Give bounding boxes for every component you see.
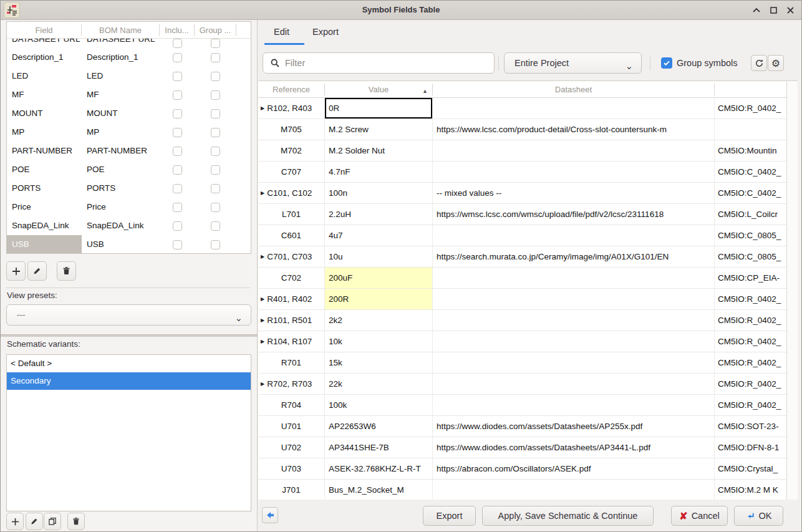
col-header-bom-name[interactable]: BOM Name xyxy=(82,24,160,36)
filter-input[interactable] xyxy=(285,58,494,68)
value-cell[interactable]: 22k xyxy=(325,374,433,394)
reference-cell[interactable]: L701 xyxy=(258,204,325,225)
footprint-cell[interactable]: CM5IO:CP_EIA- xyxy=(715,268,786,288)
group-checkbox[interactable] xyxy=(211,221,220,231)
reference-cell[interactable]: C702 xyxy=(258,268,325,288)
field-name-cell[interactable]: PART-NUMBER xyxy=(7,142,82,160)
grid-scrollbar-gutter[interactable] xyxy=(786,80,798,501)
datasheet-cell[interactable]: https://www.diodes.com/assets/Datasheets… xyxy=(433,416,715,437)
group-checkbox[interactable] xyxy=(211,109,220,118)
field-row[interactable]: PORTSPORTS xyxy=(7,179,251,198)
reference-cell[interactable]: ▶R102, R403 xyxy=(258,98,325,118)
footprint-cell[interactable]: CM5IO:Crystal_ xyxy=(715,458,786,479)
footprint-cell[interactable] xyxy=(715,119,786,140)
datasheet-cell[interactable] xyxy=(433,310,715,331)
field-row[interactable]: MFMF xyxy=(7,85,251,104)
footprint-cell[interactable]: CM5IO:R_0402_ xyxy=(715,289,786,309)
field-name-cell[interactable]: SnapEDA_Link xyxy=(7,216,82,235)
reference-cell[interactable]: ▶R401, R402 xyxy=(258,289,325,309)
include-checkbox[interactable] xyxy=(173,203,182,212)
include-checkbox[interactable] xyxy=(173,109,182,118)
reference-cell[interactable]: ▶C101, C102 xyxy=(258,183,325,203)
group-expand-icon[interactable]: ▶ xyxy=(261,105,264,111)
footprint-cell[interactable]: CM5IO:R_0402_ xyxy=(715,98,786,118)
maximize-button[interactable] xyxy=(768,6,778,16)
bom-name-cell[interactable]: Description_1 xyxy=(82,48,160,67)
include-checkbox[interactable] xyxy=(173,147,182,156)
col-header-include[interactable]: Inclu... xyxy=(160,24,195,36)
group-checkbox[interactable] xyxy=(211,128,220,137)
footprint-cell[interactable]: CM5IO:R_0402_ xyxy=(715,374,786,394)
value-cell[interactable]: M.2 Screw xyxy=(325,119,433,140)
field-row[interactable]: POEPOE xyxy=(7,160,251,179)
value-cell[interactable]: 15k xyxy=(325,352,433,373)
bom-name-cell[interactable]: USB xyxy=(82,235,160,254)
reference-cell[interactable]: R704 xyxy=(258,395,325,415)
include-checkbox[interactable] xyxy=(173,240,182,249)
value-cell[interactable]: 2.2uH xyxy=(325,204,433,225)
export-button[interactable]: Export xyxy=(423,506,476,526)
group-checkbox[interactable] xyxy=(211,147,220,156)
reference-cell[interactable]: M705 xyxy=(258,119,325,140)
datasheet-cell[interactable]: https://search.murata.co.jp/Ceramy/image… xyxy=(433,246,715,267)
delete-field-button[interactable] xyxy=(57,261,76,281)
footprint-cell[interactable]: CM5IO:M.2 M K xyxy=(715,480,786,500)
datasheet-cell[interactable]: https://www.diodes.com/assets/Datasheets… xyxy=(433,437,715,458)
filter-field[interactable] xyxy=(263,52,495,74)
group-checkbox[interactable] xyxy=(211,184,220,193)
datasheet-cell[interactable]: -- mixed values -- xyxy=(433,183,715,203)
apply-save-continue-button[interactable]: Apply, Save Schematic & Continue xyxy=(482,506,654,526)
footprint-cell[interactable]: CM5IO:C_0402_ xyxy=(715,162,786,182)
footprint-cell[interactable]: CM5IO:DFN-8-1 xyxy=(715,437,786,458)
reference-cell[interactable]: ▶R104, R107 xyxy=(258,331,325,352)
edit-variant-button[interactable] xyxy=(26,513,43,530)
refresh-button[interactable] xyxy=(751,55,767,71)
footprint-cell[interactable]: CM5IO:R_0402_ xyxy=(715,352,786,373)
datasheet-cell[interactable]: https://wmsc.lcsc.com/wmsc/upload/file/p… xyxy=(433,204,715,225)
include-checkbox[interactable] xyxy=(173,90,182,100)
value-cell[interactable]: 10u xyxy=(325,246,433,267)
field-row[interactable]: USBUSB xyxy=(7,235,251,254)
add-field-button[interactable] xyxy=(6,261,26,281)
include-checkbox[interactable] xyxy=(173,72,182,81)
col-header-value[interactable]: Value ▲ xyxy=(325,84,433,95)
include-checkbox[interactable] xyxy=(173,221,182,231)
bom-name-cell[interactable]: POE xyxy=(82,160,160,179)
back-button[interactable] xyxy=(262,507,278,523)
datasheet-cell[interactable] xyxy=(433,480,715,500)
group-expand-icon[interactable]: ▶ xyxy=(261,317,264,323)
minimize-button[interactable] xyxy=(751,6,761,16)
footprint-cell[interactable]: CM5IO:C_0805_ xyxy=(715,246,786,267)
col-header-reference[interactable]: Reference xyxy=(258,84,325,95)
ok-button[interactable]: OK xyxy=(734,506,783,526)
footprint-cell[interactable]: CM5IO:R_0402_ xyxy=(715,310,786,331)
reference-cell[interactable]: ▶C701, C703 xyxy=(258,246,325,267)
add-variant-button[interactable] xyxy=(6,513,24,530)
delete-variant-button[interactable] xyxy=(67,513,85,530)
field-name-cell[interactable]: USB xyxy=(7,235,82,254)
datasheet-cell[interactable]: https://abracon.com/Oscillators/ASEK.pdf xyxy=(433,458,715,479)
group-expand-icon[interactable]: ▶ xyxy=(261,190,264,196)
bom-name-cell[interactable]: Price xyxy=(82,198,160,216)
duplicate-variant-button[interactable] xyxy=(44,513,61,530)
value-cell[interactable]: 2k2 xyxy=(325,310,433,331)
datasheet-cell[interactable] xyxy=(433,289,715,309)
include-checkbox[interactable] xyxy=(173,53,182,62)
reference-cell[interactable]: U702 xyxy=(258,437,325,458)
scope-dropdown[interactable]: Entire Project ⌄ xyxy=(504,52,642,74)
reference-cell[interactable]: ▶R702, R703 xyxy=(258,374,325,394)
datasheet-cell[interactable] xyxy=(433,352,715,373)
footprint-cell[interactable]: CM5IO:L_Coilcr xyxy=(715,204,786,225)
tab-edit[interactable]: Edit xyxy=(274,27,289,37)
group-checkbox[interactable] xyxy=(211,240,220,249)
footprint-cell[interactable]: CM5IO:SOT-23- xyxy=(715,416,786,437)
group-checkbox[interactable] xyxy=(211,165,220,175)
value-cell[interactable]: 100n xyxy=(325,183,433,203)
col-header-datasheet[interactable]: Datasheet xyxy=(433,84,715,95)
reference-cell[interactable]: R701 xyxy=(258,352,325,373)
field-name-cell[interactable]: Description_1 xyxy=(7,48,82,67)
variant-item[interactable]: < Default > xyxy=(7,355,251,372)
close-button[interactable] xyxy=(785,6,795,16)
field-name-cell[interactable]: POE xyxy=(7,160,82,179)
value-cell[interactable]: M.2 Solder Nut xyxy=(325,140,433,161)
